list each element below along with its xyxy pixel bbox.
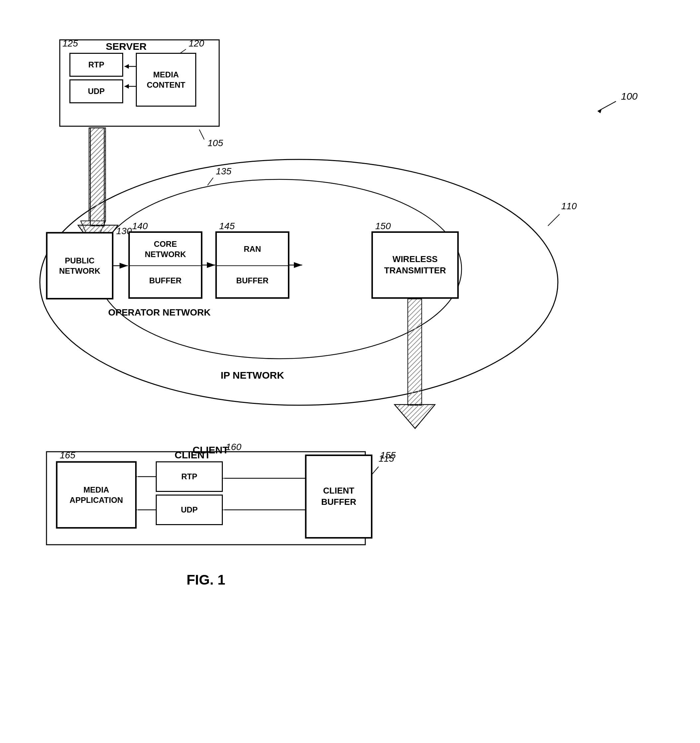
svg-text:100: 100 (621, 91, 638, 102)
client-buffer-box: CLIENTBUFFER (305, 455, 372, 538)
svg-text:105: 105 (207, 138, 223, 148)
svg-rect-30 (408, 299, 422, 405)
rtp-server-box: RTP (70, 53, 123, 76)
rtp-server-label: RTP (88, 60, 104, 70)
rtp-client-box: RTP (156, 462, 222, 491)
svg-text:SERVER: SERVER (106, 41, 147, 52)
ran-top-label: RAN (217, 233, 288, 266)
svg-rect-16 (90, 128, 104, 226)
svg-marker-45 (598, 109, 602, 113)
udp-server-label: UDP (88, 87, 105, 96)
core-network-box: CORENETWORK BUFFER (129, 232, 202, 298)
media-application-box: MEDIAAPPLICATION (56, 462, 136, 528)
media-content-label: MEDIACONTENT (147, 70, 185, 90)
svg-marker-7 (124, 64, 129, 69)
svg-text:120: 120 (189, 38, 204, 49)
svg-text:135: 135 (216, 166, 231, 176)
svg-line-47 (199, 130, 204, 139)
wireless-transmitter-box: WIRELESSTRANSMITTER (372, 232, 458, 298)
diagram-svg: OPERATOR NETWORK IP NETWORK 100 105 110 … (27, 27, 674, 707)
svg-text:155: 155 (380, 450, 396, 460)
public-network-box: PUBLICNETWORK (46, 232, 113, 299)
udp-client-label: UDP (181, 505, 198, 515)
svg-marker-31 (395, 404, 435, 428)
svg-text:145: 145 (219, 221, 235, 231)
core-network-bottom-label: BUFFER (130, 264, 201, 297)
ran-bottom-label: BUFFER (217, 264, 288, 297)
svg-rect-13 (89, 128, 106, 221)
media-content-box: MEDIACONTENT (136, 53, 196, 106)
svg-text:OPERATOR NETWORK: OPERATOR NETWORK (108, 307, 211, 318)
diagram-container: OPERATOR NETWORK IP NETWORK 100 105 110 … (27, 27, 674, 707)
core-network-top-label: CORENETWORK (130, 233, 201, 266)
svg-text:FIG. 1: FIG. 1 (186, 572, 225, 588)
svg-text:115: 115 (379, 453, 394, 464)
ran-box: RAN BUFFER (216, 232, 289, 298)
svg-line-49 (548, 214, 559, 226)
svg-text:125: 125 (62, 38, 78, 49)
udp-client-box: UDP (156, 495, 222, 525)
svg-marker-9 (124, 84, 129, 89)
svg-line-57 (207, 178, 213, 185)
client-buffer-label: CLIENTBUFFER (321, 485, 356, 508)
public-network-label: PUBLICNETWORK (59, 255, 100, 276)
svg-text:110: 110 (561, 201, 577, 211)
svg-text:140: 140 (132, 221, 148, 231)
svg-point-0 (40, 160, 558, 405)
udp-server-box: UDP (70, 80, 123, 103)
rtp-client-label: RTP (181, 472, 197, 482)
wireless-transmitter-label: WIRELESSTRANSMITTER (384, 254, 446, 276)
svg-text:150: 150 (375, 221, 391, 231)
svg-text:IP NETWORK: IP NETWORK (221, 370, 284, 380)
client-label: CLIENT (192, 444, 228, 456)
media-application-label: MEDIAAPPLICATION (70, 485, 123, 505)
svg-text:165: 165 (60, 450, 75, 460)
svg-line-44 (598, 101, 616, 111)
